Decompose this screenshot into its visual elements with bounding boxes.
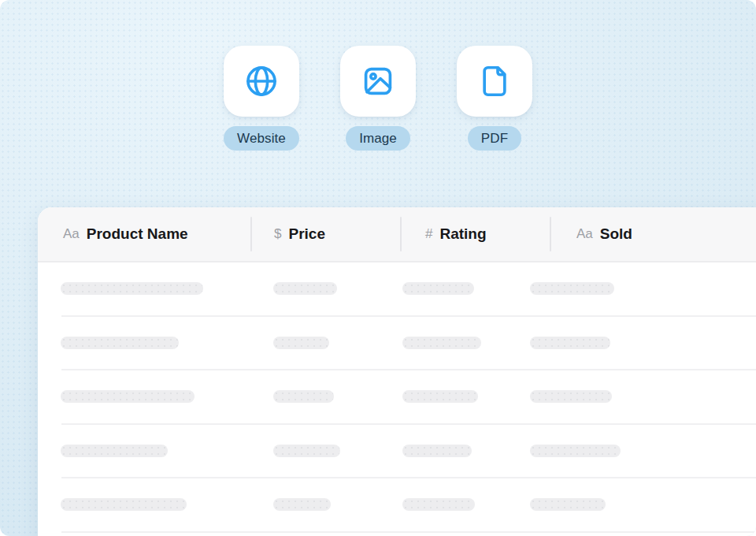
skeleton-bar — [530, 498, 606, 511]
skeleton-bar — [402, 390, 478, 403]
column-header-rating[interactable]: # Rating — [425, 207, 487, 261]
column-divider — [550, 217, 551, 251]
skeleton-bar — [273, 390, 334, 403]
skeleton-bar — [61, 337, 179, 349]
column-label: Sold — [600, 225, 632, 243]
skeleton-bar — [530, 445, 621, 457]
skeleton-bar — [402, 445, 472, 457]
table-header: Aa Product Name $ Price # Rating Aa Sold — [38, 207, 756, 262]
website-label[interactable]: Website — [224, 126, 299, 151]
skeleton-bar — [273, 282, 337, 295]
skeleton-bar — [273, 337, 329, 349]
source-cards-row: Website Image PDF — [0, 46, 756, 151]
skeleton-bar — [61, 498, 187, 511]
table-row — [38, 262, 756, 317]
table-row — [38, 370, 756, 425]
text-type-icon: Aa — [63, 226, 80, 242]
pdf-card[interactable] — [457, 46, 532, 117]
skeleton-bar — [61, 390, 195, 403]
pdf-label[interactable]: PDF — [468, 126, 521, 151]
screen: Website Image PDF — [0, 0, 756, 536]
table-row — [38, 478, 756, 533]
file-icon — [477, 64, 512, 99]
data-table: Aa Product Name $ Price # Rating Aa Sold — [38, 207, 756, 536]
column-divider — [400, 217, 402, 251]
image-icon — [361, 64, 395, 99]
skeleton-bar — [61, 282, 203, 295]
globe-icon — [244, 64, 279, 99]
website-card[interactable] — [224, 46, 299, 117]
table-body — [38, 262, 756, 533]
skeleton-bar — [402, 282, 474, 295]
table-row — [38, 317, 756, 371]
column-header-price[interactable]: $ Price — [274, 207, 325, 261]
source-pdf: PDF — [457, 46, 532, 151]
source-website: Website — [224, 46, 299, 151]
number-type-icon: # — [425, 226, 432, 242]
skeleton-bar — [530, 390, 612, 403]
currency-type-icon: $ — [274, 226, 281, 242]
column-label: Product Name — [87, 225, 188, 243]
image-label[interactable]: Image — [346, 126, 410, 151]
column-label: Price — [288, 225, 324, 243]
skeleton-bar — [273, 445, 340, 457]
skeleton-bar — [402, 337, 481, 349]
text-type-icon: Aa — [576, 226, 593, 242]
skeleton-bar — [61, 445, 168, 457]
skeleton-bar — [273, 498, 331, 511]
column-label: Rating — [439, 225, 486, 243]
image-card[interactable] — [340, 46, 416, 117]
skeleton-bar — [530, 337, 610, 349]
skeleton-bar — [530, 282, 614, 295]
skeleton-bar — [402, 498, 475, 511]
source-image: Image — [340, 46, 416, 151]
table-row — [38, 425, 756, 479]
column-header-product-name[interactable]: Aa Product Name — [63, 207, 188, 261]
column-divider — [250, 217, 252, 251]
column-header-sold[interactable]: Aa Sold — [576, 207, 632, 261]
